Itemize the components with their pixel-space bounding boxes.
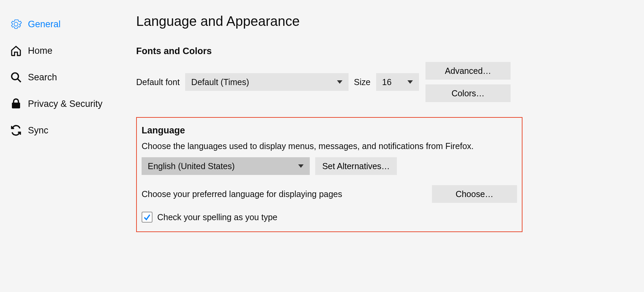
svg-line-1 (17, 79, 21, 82)
lock-icon (10, 98, 22, 110)
language-section: Language Choose the languages used to di… (136, 117, 522, 232)
sidebar-item-general[interactable]: General (10, 11, 136, 37)
page-language-row: Choose your preferred language for displ… (142, 185, 517, 203)
page-title: Language and Appearance (136, 14, 511, 29)
firefox-language-value: English (United States) (148, 161, 235, 171)
sidebar-item-label: Privacy & Security (28, 99, 102, 109)
spellcheck-row: Check your spelling as you type (142, 212, 517, 223)
choose-language-button[interactable]: Choose… (432, 185, 517, 203)
sync-icon (10, 125, 22, 136)
language-description: Choose the languages used to display men… (142, 141, 517, 151)
check-icon (143, 213, 151, 221)
default-font-value: Default (Times) (191, 77, 249, 87)
chevron-down-icon (407, 80, 413, 84)
sidebar-item-label: Sync (28, 125, 48, 136)
fonts-buttons-column: Advanced… Colors… (425, 62, 511, 102)
fonts-heading: Fonts and Colors (136, 46, 511, 56)
sidebar-item-home[interactable]: Home (10, 37, 136, 64)
firefox-language-row: English (United States) Set Alternatives… (142, 157, 517, 175)
sidebar-item-privacy[interactable]: Privacy & Security (10, 91, 136, 117)
spellcheck-checkbox[interactable] (142, 212, 152, 223)
firefox-language-select[interactable]: English (United States) (142, 157, 310, 175)
gear-icon (10, 18, 22, 30)
sidebar-item-label: Home (28, 46, 52, 56)
default-font-select[interactable]: Default (Times) (185, 73, 349, 91)
size-label: Size (354, 77, 371, 87)
default-font-label: Default font (136, 77, 180, 87)
sidebar-item-label: Search (28, 72, 57, 83)
sidebar-item-sync[interactable]: Sync (10, 117, 136, 144)
settings-sidebar: General Home Search Privacy & Security S (0, 0, 136, 292)
chevron-down-icon (298, 164, 304, 168)
home-icon (10, 45, 22, 56)
advanced-fonts-button[interactable]: Advanced… (425, 62, 511, 80)
search-icon (10, 71, 22, 83)
font-size-select[interactable]: 16 (376, 73, 419, 91)
svg-rect-2 (12, 103, 20, 108)
fonts-colors-section: Fonts and Colors Default font Default (T… (136, 46, 511, 102)
set-alternatives-button[interactable]: Set Alternatives… (315, 157, 397, 175)
chevron-down-icon (337, 80, 342, 84)
fonts-row: Default font Default (Times) Size 16 Adv… (136, 62, 511, 102)
language-heading: Language (142, 125, 517, 136)
svg-point-0 (12, 73, 18, 80)
colors-button[interactable]: Colors… (425, 84, 511, 102)
sidebar-item-label: General (28, 19, 61, 30)
page-language-description: Choose your preferred language for displ… (142, 189, 342, 199)
spellcheck-label: Check your spelling as you type (157, 212, 277, 222)
settings-main: Language and Appearance Fonts and Colors… (136, 0, 644, 292)
font-size-value: 16 (382, 77, 392, 87)
sidebar-item-search[interactable]: Search (10, 64, 136, 91)
